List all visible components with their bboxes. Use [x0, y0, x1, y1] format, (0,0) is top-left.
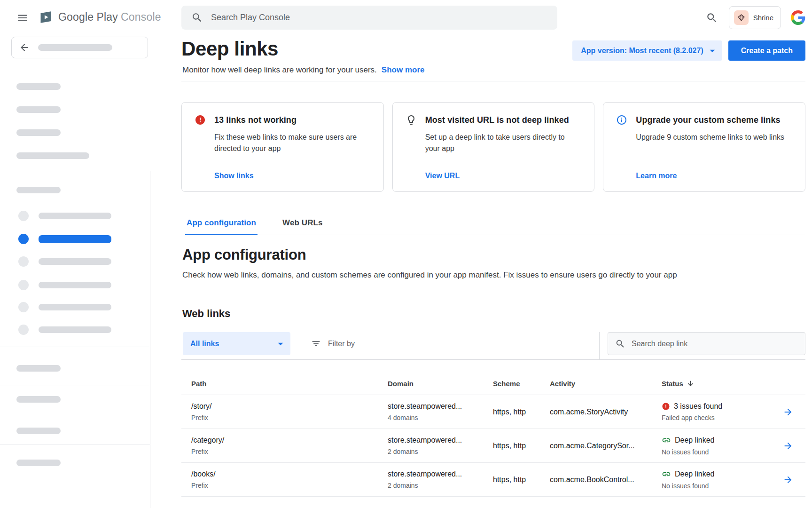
sidebar-nav-item[interactable]	[18, 325, 111, 335]
status-cell: Deep linked No issues found	[662, 469, 780, 490]
filter-by-button[interactable]: Filter by	[311, 332, 355, 355]
activity-cell: com.acme.CategorySor...	[550, 442, 662, 450]
domain-cell: store.steampowered... 2 domains	[388, 436, 493, 455]
skeleton-bar	[39, 282, 111, 288]
sidebar-nav-item[interactable]	[18, 256, 111, 267]
hamburger-menu-icon	[16, 12, 29, 24]
sidebar-nav-item-active[interactable]	[18, 234, 111, 244]
toolbar-divider	[300, 332, 300, 360]
card-body: Set up a deep link to take users directl…	[425, 132, 580, 154]
card-body: Fix these web links to make sure users a…	[214, 132, 369, 154]
domain-count: 4 domains	[388, 414, 493, 421]
play-console-logo-text: Google Play Console	[58, 11, 161, 24]
sidebar-item-skeleton	[16, 129, 61, 136]
info-icon	[616, 114, 627, 126]
header-controls: App version: Most recent (8.2.027) Creat…	[572, 40, 805, 61]
app-version-label: App version: Most recent (8.2.027)	[581, 47, 703, 55]
view-url-link[interactable]: View URL	[425, 172, 460, 180]
column-header-scheme: Scheme	[493, 380, 550, 395]
sidebar-nav-item[interactable]	[18, 280, 111, 290]
play-console-logo[interactable]: Google Play Console	[39, 10, 161, 24]
play-console-logo-icon	[39, 10, 53, 24]
sidebar-section-divider	[0, 444, 150, 444]
scheme-cell: https, http	[493, 408, 550, 416]
links-filter-dropdown[interactable]: All links	[183, 332, 290, 355]
global-search-input[interactable]	[211, 13, 547, 23]
app-version-dropdown[interactable]: App version: Most recent (8.2.027)	[572, 40, 722, 61]
card-header: Most visited URL is not deep linked	[406, 114, 580, 126]
show-more-link[interactable]: Show more	[382, 65, 425, 75]
global-search-bar[interactable]	[181, 6, 557, 30]
sidebar-item-skeleton	[16, 460, 61, 466]
path-cell: /story/ Prefix	[181, 402, 388, 421]
scheme-cell: https, http	[493, 442, 550, 450]
column-header-status[interactable]: Status	[662, 380, 780, 395]
sidebar-divider	[150, 171, 150, 508]
logo-word-google: Google	[58, 11, 94, 24]
arrow-forward-icon	[783, 475, 793, 485]
app-switcher-chip[interactable]: Shrine	[729, 6, 781, 29]
filter-by-label: Filter by	[328, 340, 355, 348]
open-link-details-button[interactable]	[782, 440, 794, 452]
page-subtitle-row: Monitor how well deep links are working …	[182, 65, 424, 75]
card-upgrade-scheme-links: Upgrade your custom scheme links Upgrade…	[603, 102, 805, 192]
back-button[interactable]	[11, 37, 148, 58]
path-value: /category/	[191, 436, 388, 444]
app-configuration-description: Check how web links, domains, and custom…	[182, 270, 699, 280]
path-cell: /category/ Prefix	[181, 436, 388, 455]
status-value: 3 issues found	[674, 402, 722, 411]
domain-value: store.steampowered...	[388, 470, 493, 478]
sidebar-section-divider	[0, 171, 150, 171]
activity-cell: com.acme.StoryActivity	[550, 408, 662, 416]
domain-cell: store.steampowered... 2 domains	[388, 470, 493, 489]
shrine-app-icon	[734, 10, 749, 25]
open-link-details-button[interactable]	[782, 474, 794, 486]
web-links-heading: Web links	[182, 308, 230, 320]
google-logo[interactable]	[791, 10, 805, 25]
sidebar-item-skeleton	[16, 152, 89, 159]
error-icon	[662, 402, 670, 411]
create-patch-button[interactable]: Create a patch	[728, 40, 805, 61]
play-console-app: Google Play Console Shrine	[0, 0, 812, 508]
path-value: /books/	[191, 470, 388, 478]
open-link-details-button[interactable]	[782, 406, 794, 418]
card-header: 13 links not working	[195, 114, 369, 126]
logo-word-console: Console	[121, 11, 161, 24]
web-links-table: Path Domain Scheme Activity Status /stor…	[181, 360, 805, 508]
dropdown-arrow-icon	[706, 45, 718, 57]
tab-web-urls[interactable]: Web URLs	[281, 218, 324, 235]
card-title: 13 links not working	[214, 115, 297, 125]
card-links-not-working: 13 links not working Fix these web links…	[181, 102, 384, 192]
diamond-icon	[737, 14, 745, 22]
sidebar-item-skeleton	[16, 365, 61, 372]
status-value: Deep linked	[675, 436, 715, 444]
deep-link-search-input[interactable]	[632, 340, 798, 348]
table-row: /books/ Prefix store.steampowered... 2 d…	[181, 463, 805, 497]
column-header-path: Path	[181, 380, 388, 395]
search-icon	[706, 12, 718, 24]
status-detail: Failed app checks	[662, 414, 780, 421]
nav-item-icon	[18, 302, 29, 312]
show-links-link[interactable]: Show links	[214, 172, 254, 180]
status-cell: Deep linked No issues found	[662, 436, 780, 456]
status-cell: 3 issues found Failed app checks	[662, 402, 780, 421]
page-subtitle: Monitor how well deep links are working …	[182, 65, 377, 75]
learn-more-link[interactable]: Learn more	[636, 172, 677, 180]
hamburger-menu-button[interactable]	[16, 11, 30, 25]
sidebar-nav-item[interactable]	[18, 211, 111, 221]
tab-bar: App configuration Web URLs	[181, 213, 805, 235]
nav-item-icon	[18, 211, 29, 221]
secondary-search-button[interactable]	[705, 11, 719, 25]
link-icon	[662, 469, 671, 479]
lightbulb-icon	[406, 114, 417, 126]
sidebar-nav-item[interactable]	[18, 302, 111, 312]
dropdown-arrow-icon	[274, 338, 287, 350]
domain-value: store.steampowered...	[388, 436, 493, 444]
skeleton-bar	[39, 235, 111, 243]
path-type: Prefix	[191, 448, 388, 455]
row-actions-cell	[780, 406, 805, 418]
tab-app-configuration[interactable]: App configuration	[185, 218, 258, 235]
deep-link-search[interactable]	[608, 332, 805, 355]
skeleton-bar	[38, 44, 112, 51]
web-links-toolbar: All links Filter by	[181, 332, 805, 360]
